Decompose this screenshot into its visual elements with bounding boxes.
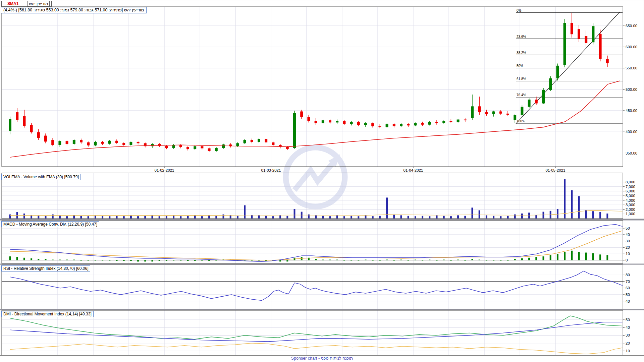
volume-bar	[400, 215, 402, 219]
volume-bar	[279, 215, 281, 219]
panel-separator	[0, 219, 644, 221]
volume-bar	[379, 216, 381, 219]
candle-body	[478, 106, 481, 112]
candle-body	[300, 112, 303, 117]
macd-hist-bar	[450, 260, 452, 260]
candle-body	[521, 107, 523, 115]
y-tick-label: 450.00	[626, 109, 637, 113]
volume-bar	[187, 216, 189, 219]
candle-body	[258, 139, 260, 142]
symbol-legend-item[interactable]: מודיעין יהש	[27, 1, 50, 6]
volume-bar	[265, 216, 267, 219]
candle-body	[101, 142, 104, 144]
fib-level-label: 76.4%	[517, 93, 526, 97]
candle-body	[449, 121, 452, 122]
macd-hist-bar	[123, 260, 125, 261]
candle-body	[400, 124, 402, 126]
macd-hist-bar	[73, 260, 75, 260]
volume-bar	[443, 216, 445, 219]
candle-body	[137, 142, 140, 143]
volume-bar	[194, 215, 196, 219]
y-tick-label: 50	[626, 318, 630, 322]
y-tick-label: 30	[626, 239, 630, 243]
y-tick-label: 550.00	[626, 66, 637, 70]
candle-body	[442, 121, 445, 123]
volume-bar	[52, 215, 54, 219]
volume-bar	[372, 216, 374, 219]
volume-bar	[408, 216, 409, 219]
volume-bar	[599, 212, 601, 219]
volume-bar	[116, 216, 118, 219]
macd-hist-bar	[80, 260, 82, 260]
macd-hist-bar	[215, 260, 217, 260]
macd-hist-bar	[557, 254, 558, 260]
macd-hist-bar	[408, 260, 409, 260]
macd-hist-bar	[592, 253, 594, 260]
candle-body	[564, 23, 566, 65]
volume-bar	[457, 215, 459, 219]
candle-body	[485, 112, 488, 114]
candle-body	[435, 122, 438, 123]
panel-separator	[0, 264, 644, 265]
candle-body	[179, 145, 182, 147]
candle-body	[556, 66, 559, 78]
y-tick-label: 40	[626, 299, 630, 303]
y-tick-label: 4,000	[626, 198, 635, 202]
macd-hist-bar	[116, 260, 118, 261]
volume-bar	[9, 215, 11, 219]
x-tick-label: 01-03-2021	[261, 168, 281, 172]
macd-hist-bar	[571, 251, 573, 260]
chart-canvas[interactable]: 0%23.6%38.2%50%61.8%76.4%100%650.00600.0…	[0, 0, 644, 362]
volume-bar	[244, 205, 246, 219]
macd-hist-bar	[144, 260, 146, 261]
volume-bar	[294, 209, 296, 219]
candle-body	[293, 113, 296, 148]
y-tick-label: 0	[626, 258, 628, 262]
macd-hist-bar	[52, 260, 54, 260]
candle-body	[108, 141, 111, 144]
volume-bar	[88, 216, 89, 219]
macd-hist-bar	[38, 259, 39, 260]
macd-hist-bar	[59, 260, 61, 260]
volume-panel-title: VOLEMA - Volume with EMA (30) [500.79]	[1, 174, 81, 180]
chart-application-window: 0%23.6%38.2%50%61.8%76.4%100%650.00600.0…	[0, 0, 644, 362]
volume-bar	[329, 216, 331, 219]
macd-hist-bar	[66, 260, 68, 260]
candle-body	[336, 121, 338, 122]
volume-bar	[464, 216, 466, 219]
candle-body	[9, 119, 11, 131]
candle-body	[371, 123, 374, 126]
candle-body	[492, 112, 495, 114]
candle-body	[186, 147, 189, 149]
macd-hist-bar	[95, 260, 96, 260]
y-tick-label: 20	[626, 245, 630, 249]
macd-hist-bar	[201, 260, 203, 260]
ohlc-info-bar: מודיעין יהש [פתיחה: 571.00 גבוה: 579.80 …	[1, 7, 147, 13]
volume-bar	[486, 215, 487, 219]
page-background	[0, 0, 644, 362]
sma-legend-item[interactable]: —SMA1	[3, 1, 18, 6]
volume-bar	[415, 216, 416, 219]
candle-body	[315, 121, 317, 123]
volume-bar	[201, 216, 203, 219]
series-legend[interactable]: —SMA1 — מודיעין יהש	[1, 1, 52, 7]
candle-body	[87, 142, 90, 145]
macd-hist-bar	[166, 260, 167, 261]
candle-body	[499, 112, 502, 114]
candle-body	[386, 124, 388, 127]
candle-body	[151, 144, 154, 146]
price-series-dash-icon: —	[21, 1, 25, 6]
macd-hist-bar	[279, 260, 281, 261]
candle-body	[73, 140, 75, 144]
volume-bar	[351, 216, 352, 219]
volume-bar	[272, 216, 274, 219]
candle-body	[343, 121, 345, 124]
candle-body	[94, 142, 97, 145]
macd-hist-bar	[464, 260, 466, 260]
candle-body	[37, 132, 40, 138]
macd-hist-bar	[244, 260, 246, 260]
panel-separator	[0, 309, 644, 310]
volume-bar	[500, 216, 501, 219]
macd-hist-bar	[301, 257, 303, 260]
y-tick-label: 7,000	[626, 185, 635, 189]
